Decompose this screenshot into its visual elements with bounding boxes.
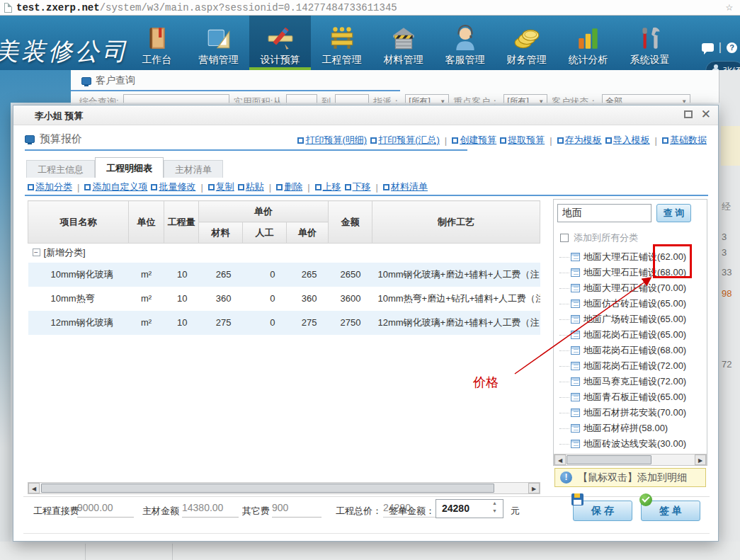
help-icon[interactable]: ? [727, 42, 737, 53]
background-bottom-strip [0, 542, 740, 560]
col-labor[interactable]: 人工 [243, 222, 287, 244]
nav-item-customer-service[interactable]: 客服管理 [434, 16, 496, 70]
dialog-action-link[interactable]: 提取预算 [500, 134, 545, 147]
link-square-icon [84, 184, 91, 190]
col-qty[interactable]: 工程量 [164, 201, 199, 244]
direct-cost-value[interactable]: 9000.00 [77, 502, 134, 518]
dialog-action-link[interactable]: 创建预算 [452, 134, 496, 147]
scroll-right-icon[interactable]: ▶ [695, 455, 706, 465]
table-grid-icon [571, 331, 580, 339]
budget-dialog: 李小姐 预算 ✕ 预算报价 打印预算(明细) 打印预算(汇总) | 创建预算 提… [13, 105, 719, 542]
nav-item-statistics[interactable]: 统计分析 [557, 16, 619, 70]
material-list-item[interactable]: 地面广场砖正铺设(65.00) [557, 312, 705, 327]
table-grid-icon [571, 424, 580, 433]
cell-amount: 2650 [329, 263, 372, 287]
material-list-item[interactable]: 地面大理石正铺设(70.00) [557, 280, 705, 296]
material-list-item[interactable]: 地面花岗石正铺设(72.00) [557, 358, 705, 374]
maximize-icon[interactable] [684, 110, 693, 118]
project-barrier-icon [329, 25, 355, 52]
add-to-all-checkbox[interactable] [560, 234, 569, 242]
nav-item-project[interactable]: 工程管理 [311, 16, 372, 70]
main-material-value[interactable]: 14380.00 [182, 502, 239, 518]
monitor-icon [81, 77, 91, 85]
toolbar-link[interactable]: 下移 [345, 181, 371, 193]
category-group-row[interactable]: −[新增分类] [28, 244, 540, 263]
budget-row[interactable]: 12mm钢化玻璃 m² 10 275 0 275 2750 12mm钢化玻璃+磨… [28, 311, 540, 335]
scroll-left-icon[interactable]: ◀ [28, 483, 40, 493]
nav-item-settings[interactable]: 系统设置 [619, 16, 681, 70]
message-bubble-icon[interactable] [702, 43, 714, 52]
scrollbar-thumb[interactable] [41, 484, 494, 493]
col-unit-price[interactable]: 单价 [287, 222, 329, 244]
cell-process: 10mm钢化玻璃+磨边+辅料+人工费（注： [372, 263, 540, 287]
other-cost-value[interactable]: 900 [272, 502, 321, 518]
add-to-all-label: 添加到所有分类 [574, 232, 638, 244]
material-list-item[interactable]: 地面砖波达线安装(30.00) [557, 436, 705, 452]
cell-unit: m² [129, 287, 164, 311]
top-navigation: 美装修公司 工作台 营销管理 设计预算 工程管理 材料管理 [0, 16, 740, 70]
background-table-fragment: 33 [722, 267, 732, 278]
col-item-name[interactable]: 项目名称 [28, 201, 129, 244]
material-list-item[interactable]: 地面花岗石正铺设(68.00) [557, 343, 705, 358]
material-list-item[interactable]: 地面石材拼花安装(70.00) [557, 405, 705, 421]
dialog-action-links: 打印预算(明细) 打印预算(汇总) | 创建预算 提取预算 | 存为模板 导入模… [297, 134, 707, 147]
material-list-item[interactable]: 地面马赛克正铺设(72.00) [557, 374, 705, 389]
nav-item-material[interactable]: 材料管理 [372, 16, 434, 70]
material-list-item[interactable]: 地面仿古砖正铺设(65.00) [557, 296, 705, 312]
nav-item-design-budget[interactable]: 设计预算 [249, 16, 311, 70]
dialog-tab[interactable]: 工程明细表 [95, 157, 164, 178]
nav-item-finance[interactable]: 财务管理 [496, 16, 557, 70]
budget-table-header: 项目名称 单位 工程量 单价 金额 制作工艺 材料 人工 单价 [28, 201, 540, 244]
bookmark-star-icon[interactable]: ☆ [726, 1, 733, 13]
dialog-action-link[interactable]: 存为模板 [557, 134, 602, 147]
background-table-fragment: 3 [722, 232, 727, 242]
table-grid-icon [571, 346, 580, 355]
browser-url-bar[interactable]: test.zxerp.net /system/w3/main.aspx?sess… [0, 0, 740, 16]
cell-item-name: 10mm热弯 [28, 287, 129, 311]
user-account-button[interactable]: 张经 [705, 61, 740, 70]
dialog-action-link[interactable]: 基础数据 [662, 134, 707, 147]
material-search-input[interactable] [557, 204, 651, 222]
close-icon[interactable]: ✕ [701, 107, 711, 122]
material-list-item[interactable]: 地面花岗石正铺设(65.00) [557, 327, 705, 343]
nav-item-workbench[interactable]: 工作台 [126, 16, 188, 70]
dialog-tab[interactable]: 工程主信息 [26, 160, 95, 178]
search-button[interactable]: 查 询 [656, 204, 691, 222]
toolbar-link[interactable]: 复制 [208, 181, 234, 193]
toolbar-link[interactable]: 批量修改 [151, 181, 195, 193]
material-list-item[interactable]: 地面大理石正铺设(62.00) [557, 249, 705, 265]
table-horizontal-scrollbar[interactable]: ◀ ▶ [28, 482, 540, 494]
dialog-titlebar[interactable]: 李小姐 预算 ✕ [13, 105, 718, 125]
currency-label: 元 [511, 505, 520, 518]
toolbar-link[interactable]: 上移 [315, 181, 341, 193]
material-list-item[interactable]: 地面大理石正铺设(68.00) [557, 265, 705, 280]
dialog-action-link[interactable]: 打印预算(汇总) [370, 134, 440, 147]
toolbar-link[interactable]: 材料清单 [383, 181, 428, 193]
toolbar-link[interactable]: 添加自定义项 [84, 181, 147, 193]
toolbar-link[interactable]: 粘贴 [238, 181, 264, 193]
col-amount[interactable]: 金额 [329, 201, 372, 244]
col-material[interactable]: 材料 [199, 222, 243, 244]
spinner-arrows[interactable]: ▲▼ [492, 501, 497, 513]
cell-process: 10mm热弯+磨边+钻孔+辅料+人工费（注 [372, 287, 540, 311]
toolbar-link[interactable]: 添加分类 [28, 181, 72, 193]
panel-horizontal-scrollbar[interactable]: ◀ ▶ [554, 454, 707, 466]
material-list-item[interactable]: 地面青石板正铺设(65.00) [557, 389, 705, 405]
scrollbar-thumb[interactable] [567, 455, 651, 464]
toolbar-link[interactable]: 删除 [276, 181, 302, 193]
col-unit[interactable]: 单位 [129, 201, 164, 244]
table-grid-icon [571, 440, 580, 448]
scroll-left-icon[interactable]: ◀ [554, 455, 566, 465]
scroll-right-icon[interactable]: ▶ [528, 483, 540, 493]
dialog-tab[interactable]: 主材清单 [164, 160, 223, 178]
budget-row[interactable]: 10mm热弯 m² 10 360 0 360 3600 10mm热弯+磨边+钻孔… [28, 287, 540, 311]
dialog-action-link[interactable]: 导入模板 [605, 134, 650, 147]
other-cost-label: 其它费 [242, 505, 270, 518]
cell-material-price: 265 [199, 263, 243, 287]
dialog-action-link[interactable]: 打印预算(明细) [297, 134, 367, 147]
material-list-item[interactable]: 地面石材碎拼(58.00) [557, 421, 705, 436]
nav-item-marketing[interactable]: 营销管理 [188, 16, 249, 70]
budget-row[interactable]: 10mm钢化玻璃 m² 10 265 0 265 2650 10mm钢化玻璃+磨… [28, 263, 540, 287]
collapse-minus-icon[interactable]: − [33, 248, 40, 256]
col-process[interactable]: 制作工艺 [372, 201, 540, 244]
